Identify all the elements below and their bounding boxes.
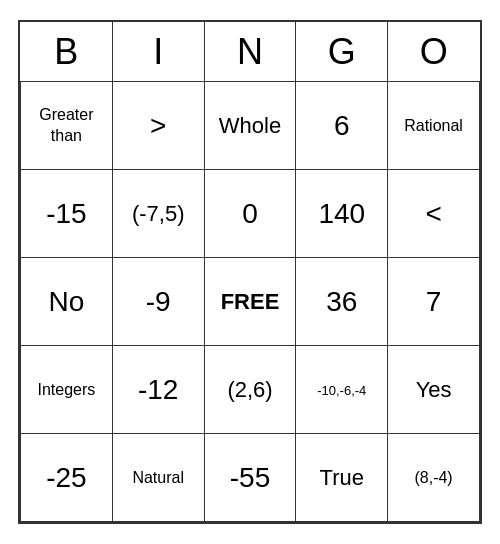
bingo-cell: Integers <box>21 346 113 434</box>
bingo-cell: 140 <box>296 170 388 258</box>
cell-content: Integers <box>38 381 96 398</box>
cell-content: FREE <box>221 289 280 314</box>
bingo-cell: 6 <box>296 82 388 170</box>
cell-content: 36 <box>326 286 357 317</box>
header-letter: B <box>21 22 113 82</box>
bingo-cell: -10,-6,-4 <box>296 346 388 434</box>
cell-content: 6 <box>334 110 350 141</box>
cell-content: Yes <box>416 377 452 402</box>
cell-content: > <box>150 110 166 141</box>
cell-content: No <box>49 286 85 317</box>
bingo-cell: Rational <box>388 82 480 170</box>
bingo-cell: -15 <box>21 170 113 258</box>
header-letter: O <box>388 22 480 82</box>
bingo-cell: (8,-4) <box>388 434 480 522</box>
bingo-cell: 0 <box>204 170 296 258</box>
cell-content: Whole <box>219 113 281 138</box>
bingo-row: -25Natural-55True(8,-4) <box>21 434 480 522</box>
bingo-cell: FREE <box>204 258 296 346</box>
bingo-card: BINGO Greater than>Whole6Rational-15(-7,… <box>18 20 482 525</box>
cell-content: -55 <box>230 462 270 493</box>
cell-content: (-7,5) <box>132 201 185 226</box>
bingo-row: Greater than>Whole6Rational <box>21 82 480 170</box>
cell-content: -9 <box>146 286 171 317</box>
bingo-cell: 36 <box>296 258 388 346</box>
cell-content: -15 <box>46 198 86 229</box>
cell-content: Natural <box>132 469 184 486</box>
bingo-cell: -12 <box>112 346 204 434</box>
bingo-cell: No <box>21 258 113 346</box>
cell-content: < <box>425 198 441 229</box>
cell-content: -25 <box>46 462 86 493</box>
bingo-row: No-9FREE367 <box>21 258 480 346</box>
bingo-cell: Greater than <box>21 82 113 170</box>
header-letter: I <box>112 22 204 82</box>
bingo-cell: -55 <box>204 434 296 522</box>
cell-content: True <box>320 465 364 490</box>
cell-content: 7 <box>426 286 442 317</box>
cell-content: -10,-6,-4 <box>317 383 366 398</box>
bingo-cell: Yes <box>388 346 480 434</box>
bingo-cell: -9 <box>112 258 204 346</box>
cell-content: 0 <box>242 198 258 229</box>
header-row: BINGO <box>21 22 480 82</box>
cell-content: Greater than <box>25 105 108 147</box>
bingo-cell: -25 <box>21 434 113 522</box>
header-letter: G <box>296 22 388 82</box>
bingo-cell: 7 <box>388 258 480 346</box>
bingo-cell: (2,6) <box>204 346 296 434</box>
cell-content: Rational <box>404 117 463 134</box>
bingo-cell: (-7,5) <box>112 170 204 258</box>
header-letter: N <box>204 22 296 82</box>
bingo-cell: Natural <box>112 434 204 522</box>
cell-content: (8,-4) <box>414 469 452 486</box>
cell-content: -12 <box>138 374 178 405</box>
bingo-cell: < <box>388 170 480 258</box>
bingo-cell: Whole <box>204 82 296 170</box>
bingo-row: -15(-7,5)0140< <box>21 170 480 258</box>
cell-content: 140 <box>318 198 365 229</box>
bingo-cell: True <box>296 434 388 522</box>
cell-content: (2,6) <box>227 377 272 402</box>
bingo-cell: > <box>112 82 204 170</box>
bingo-row: Integers-12(2,6)-10,-6,-4Yes <box>21 346 480 434</box>
